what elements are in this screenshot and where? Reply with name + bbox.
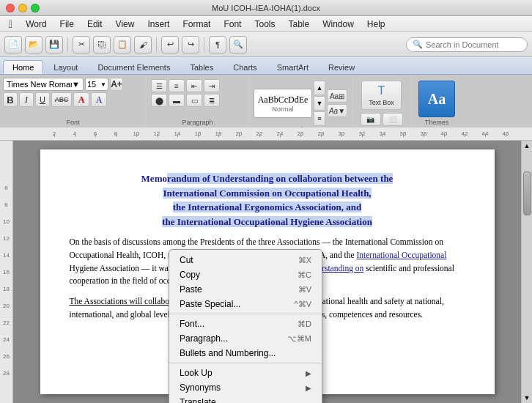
- ruler-mark: 4: [64, 130, 85, 137]
- style-more-btn[interactable]: ≡: [314, 111, 325, 126]
- ruler-mark: 20: [229, 130, 249, 137]
- tab-charts[interactable]: Charts: [223, 60, 266, 74]
- ctx-cut[interactable]: Cut ⌘X: [169, 253, 322, 267]
- menu-format[interactable]: Format: [177, 18, 216, 31]
- italic-button[interactable]: I: [19, 92, 34, 107]
- strikethrough-button[interactable]: ABC: [51, 92, 72, 107]
- apple-menu[interactable]: : [3, 17, 18, 32]
- style-down-btn[interactable]: ▼: [314, 96, 325, 111]
- ruler-mark: 32: [352, 130, 372, 137]
- highlight-button[interactable]: A: [91, 92, 107, 107]
- insert-group: T Text Box 📷 ⬜ Insert: [352, 75, 411, 127]
- scroll-down-btn[interactable]: ▼: [524, 394, 531, 403]
- save-button[interactable]: 💾: [45, 36, 63, 53]
- underline-button[interactable]: U: [35, 92, 50, 107]
- redo-button[interactable]: ↪: [182, 36, 199, 53]
- insert-image-btn[interactable]: 📷: [361, 113, 381, 126]
- increase-indent-btn[interactable]: ⇥: [204, 79, 220, 92]
- ctx-font[interactable]: Font... ⌘D: [169, 317, 322, 331]
- cut-button[interactable]: ✂: [73, 36, 90, 53]
- list-bullet-btn[interactable]: ☰: [151, 79, 167, 92]
- menu-font[interactable]: Font: [218, 18, 247, 31]
- maximize-button[interactable]: [31, 4, 40, 12]
- themes-group-label: Themes: [425, 119, 449, 127]
- tab-review[interactable]: Review: [319, 60, 364, 74]
- search-input[interactable]: [426, 40, 521, 49]
- list-number-btn[interactable]: ≡: [169, 79, 185, 92]
- close-button[interactable]: [6, 4, 15, 12]
- text-box-icon: T: [378, 84, 385, 97]
- menu-insert[interactable]: Insert: [141, 18, 175, 31]
- font-group: Times New Roman ▼ 15 ▼ A+ B I U ABC A A …: [0, 75, 147, 127]
- style-preview[interactable]: AaBbCcDdEe Normal: [254, 89, 312, 118]
- tab-home[interactable]: Home: [3, 60, 43, 74]
- undo-button[interactable]: ↩: [161, 36, 179, 53]
- search-box[interactable]: 🔍: [406, 37, 528, 52]
- traffic-lights[interactable]: [6, 4, 40, 12]
- show-para-marks-button[interactable]: ¶: [209, 36, 226, 53]
- font-color-button[interactable]: A: [73, 92, 89, 107]
- font-name-selector[interactable]: Times New Roman ▼: [3, 78, 84, 91]
- text-box-button[interactable]: T Text Box: [361, 81, 402, 110]
- ctx-paste-special-shortcut: ^⌘V: [295, 300, 312, 309]
- menu-word[interactable]: Word: [20, 18, 52, 31]
- ctx-paste-shortcut: ⌘V: [298, 285, 311, 295]
- scroll-up-btn[interactable]: ▲: [524, 141, 531, 149]
- menu-view[interactable]: View: [110, 18, 141, 31]
- ctx-copy[interactable]: Copy ⌘C: [169, 267, 322, 282]
- ruler-mark: 18: [208, 130, 229, 137]
- ruler-mark: 38: [413, 130, 434, 137]
- ctx-copy-shortcut: ⌘C: [298, 270, 311, 280]
- vertical-scrollbar[interactable]: ▲ ▼: [521, 141, 532, 403]
- change-styles-btn[interactable]: Aa⊞: [327, 89, 347, 103]
- tab-smartart[interactable]: SmartArt: [267, 60, 318, 74]
- tab-tables[interactable]: Tables: [180, 60, 223, 74]
- menu-table[interactable]: Table: [282, 18, 315, 31]
- ruler-mark: 2: [44, 130, 64, 137]
- styles-group: AaBbCcDdEe Normal ▲ ▼ ≡ Aa⊞ Aa▼ Styles: [249, 75, 352, 127]
- ctx-bullets[interactable]: Bullets and Numbering...: [169, 346, 322, 361]
- ctx-paragraph[interactable]: Paragraph... ⌥⌘M: [169, 331, 322, 346]
- toolbar-sep-3: [204, 37, 204, 52]
- paste-button[interactable]: 📋: [114, 36, 131, 53]
- font-size-selector[interactable]: 15 ▼: [85, 78, 108, 91]
- open-button[interactable]: 📂: [25, 36, 43, 53]
- align-right-btn[interactable]: ▭: [186, 94, 202, 107]
- v-ruler-mark: 8: [4, 202, 7, 208]
- menu-tools[interactable]: Tools: [248, 18, 281, 31]
- align-center-btn[interactable]: ▬: [169, 94, 185, 107]
- ctx-lookup[interactable]: Look Up ▶: [169, 366, 322, 380]
- ctx-paste-special[interactable]: Paste Special... ^⌘V: [169, 297, 322, 311]
- ctx-synonyms[interactable]: Synonyms ▶: [169, 380, 322, 395]
- format-painter-button[interactable]: 🖌: [134, 36, 152, 53]
- new-doc-button[interactable]: 📄: [4, 36, 22, 53]
- menu-edit[interactable]: Edit: [81, 18, 108, 31]
- manage-styles-btn[interactable]: Aa▼: [327, 104, 347, 117]
- insert-shape-btn[interactable]: ⬜: [383, 113, 403, 126]
- zoom-button[interactable]: 🔍: [229, 36, 247, 53]
- increase-font-btn[interactable]: A+: [110, 78, 123, 91]
- minimize-button[interactable]: [18, 4, 27, 12]
- menu-help[interactable]: Help: [361, 18, 391, 31]
- menu-window[interactable]: Window: [317, 18, 360, 31]
- themes-group: Aa Themes: [411, 75, 462, 127]
- ruler-mark: 28: [311, 130, 331, 137]
- menu-file[interactable]: File: [54, 18, 80, 31]
- tab-document-elements[interactable]: Document Elements: [88, 60, 180, 74]
- bold-button[interactable]: B: [3, 92, 18, 107]
- ctx-bullets-label: Bullets and Numbering...: [180, 348, 276, 358]
- themes-button[interactable]: Aa: [418, 81, 455, 117]
- copy-button[interactable]: ⿻: [93, 36, 111, 53]
- ctx-paste[interactable]: Paste ⌘V: [169, 282, 322, 297]
- ctx-translate[interactable]: Translate...: [169, 395, 322, 403]
- decrease-indent-btn[interactable]: ⇤: [186, 79, 202, 92]
- tab-layout[interactable]: Layout: [44, 60, 87, 74]
- scroll-thumb[interactable]: [523, 171, 531, 215]
- align-left-btn[interactable]: ⬤: [151, 94, 167, 107]
- ruler-mark: 40: [434, 130, 454, 137]
- v-ruler-mark: 12: [3, 235, 10, 242]
- style-up-btn[interactable]: ▲: [314, 81, 325, 95]
- ruler-marks-container: 2 4 6 8 10 12 14 16 18 20 22 24 26 28 30…: [44, 130, 516, 137]
- align-justify-btn[interactable]: ≣: [204, 94, 220, 107]
- ruler-mark: 26: [290, 130, 311, 137]
